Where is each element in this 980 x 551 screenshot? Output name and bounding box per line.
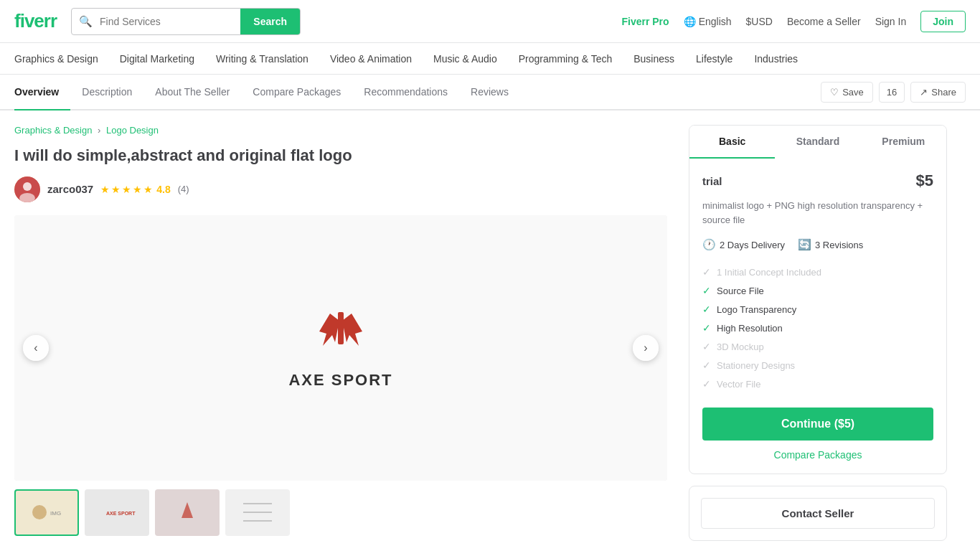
nav-bar: Graphics & DesignDigital MarketingWritin…	[0, 43, 980, 75]
breadcrumb-separator: ›	[98, 125, 103, 136]
check-included-icon: ✓	[702, 285, 711, 296]
currency-selector[interactable]: $USD	[746, 16, 773, 27]
tab-overview[interactable]: Overview	[14, 75, 70, 110]
gallery-prev-button[interactable]: ‹	[23, 335, 49, 361]
feature-label: Vector File	[717, 379, 760, 390]
tabs-container: OverviewDescriptionAbout The SellerCompa…	[14, 75, 520, 109]
search-button[interactable]: Search	[240, 8, 300, 35]
feature-item: ✓Stationery Designs	[702, 356, 933, 375]
nav-item-music---audio[interactable]: Music & Audio	[433, 43, 497, 75]
rating-number: 4.8	[156, 184, 170, 195]
thumbnail-4[interactable]	[225, 489, 290, 536]
header-right: Fiverr Pro 🌐 English $USD Become a Selle…	[621, 11, 966, 32]
breadcrumb-child[interactable]: Logo Design	[106, 125, 159, 136]
check-excluded-icon: ✓	[702, 341, 711, 352]
join-button[interactable]: Join	[920, 11, 966, 32]
thumb-image-2: AXE SPORT	[86, 491, 148, 534]
check-excluded-icon: ✓	[702, 378, 711, 390]
package-tab-premium[interactable]: Premium	[861, 126, 946, 159]
delivery-text: 2 Days Delivery	[720, 240, 785, 250]
check-excluded-icon: ✓	[702, 266, 711, 278]
axe-sport-svg	[305, 306, 377, 364]
feature-label: Logo Transparency	[717, 304, 796, 315]
star-3: ★	[122, 184, 131, 195]
nav-item-writing---translation[interactable]: Writing & Translation	[216, 43, 308, 75]
tab-actions: ♡ Save 16 ↗ Share	[821, 82, 966, 103]
save-label: Save	[842, 87, 864, 98]
image-gallery: ‹	[14, 215, 667, 481]
search-input[interactable]	[93, 16, 240, 27]
sign-in-link[interactable]: Sign In	[875, 16, 907, 27]
gallery-next-button[interactable]: ›	[633, 335, 659, 361]
save-button[interactable]: ♡ Save	[821, 82, 873, 103]
check-included-icon: ✓	[702, 303, 711, 315]
thumb-image-4	[227, 491, 288, 534]
thumbnail-strip: IMG AXE SPORT	[14, 489, 667, 536]
language-selector[interactable]: 🌐 English	[684, 16, 732, 27]
check-excluded-icon: ✓	[702, 359, 711, 371]
svg-point-1	[23, 182, 32, 191]
revisions-meta: 🔄 3 Revisions	[798, 238, 863, 251]
package-tab-basic[interactable]: Basic	[689, 126, 775, 159]
delivery-meta: 🕐 2 Days Delivery	[702, 238, 785, 251]
tabs-bar: OverviewDescriptionAbout The SellerCompa…	[0, 75, 980, 110]
contact-card: Contact Seller	[689, 486, 947, 541]
share-icon: ↗	[920, 87, 928, 98]
globe-icon: 🌐	[684, 16, 696, 27]
seller-name[interactable]: zarco037	[47, 183, 93, 195]
breadcrumb: Graphics & Design › Logo Design	[14, 125, 667, 136]
contact-seller-button[interactable]: Contact Seller	[701, 498, 935, 529]
package-tab-standard[interactable]: Standard	[775, 126, 860, 159]
header: fiverr 🔍 Search Fiverr Pro 🌐 English $US…	[0, 0, 980, 43]
continue-button[interactable]: Continue ($5)	[702, 408, 933, 441]
revisions-text: 3 Revisions	[815, 240, 863, 250]
axe-sport-text: AXE SPORT	[288, 371, 392, 390]
svg-rect-3	[338, 312, 344, 344]
feature-label: High Resolution	[717, 323, 783, 334]
feature-item: ✓1 Initial Concept Included	[702, 263, 933, 281]
thumbnail-2[interactable]: AXE SPORT	[85, 489, 149, 536]
tab-description[interactable]: Description	[70, 75, 143, 110]
nav-item-lifestyle[interactable]: Lifestyle	[696, 43, 732, 75]
package-description: minimalist logo + PNG high resolution tr…	[702, 199, 933, 227]
nav-item-video---animation[interactable]: Video & Animation	[330, 43, 412, 75]
fiverr-pro-link[interactable]: Fiverr Pro	[621, 16, 669, 27]
nav-item-business[interactable]: Business	[633, 43, 674, 75]
nav-item-programming---tech[interactable]: Programming & Tech	[519, 43, 612, 75]
star-2: ★	[111, 184, 121, 195]
package-meta: 🕐 2 Days Delivery 🔄 3 Revisions	[702, 238, 933, 251]
become-seller-link[interactable]: Become a Seller	[787, 16, 861, 27]
tab-compare-packages[interactable]: Compare Packages	[241, 75, 352, 110]
gig-title: I will do simple,abstract and original f…	[14, 146, 667, 166]
nav-item-digital-marketing[interactable]: Digital Marketing	[120, 43, 194, 75]
thumbnail-3[interactable]	[155, 489, 220, 536]
features-list: ✓1 Initial Concept Included✓Source File✓…	[702, 263, 933, 393]
svg-rect-4	[25, 496, 68, 529]
feature-label: 3D Mockup	[717, 342, 764, 352]
thumb-image-1: IMG	[16, 491, 77, 534]
package-price: $5	[916, 171, 933, 190]
search-icon: 🔍	[72, 15, 93, 28]
breadcrumb-parent[interactable]: Graphics & Design	[14, 125, 92, 136]
package-name: trial	[702, 175, 722, 187]
thumbnail-1[interactable]: IMG	[14, 489, 79, 536]
compare-packages-link[interactable]: Compare Packages	[702, 449, 933, 461]
star-1: ★	[100, 184, 110, 195]
avatar	[14, 176, 40, 202]
tab-recommendations[interactable]: Recommendations	[352, 75, 459, 110]
svg-point-5	[32, 505, 47, 519]
share-label: Share	[931, 87, 956, 98]
nav-item-graphics---design[interactable]: Graphics & Design	[14, 43, 98, 75]
share-button[interactable]: ↗ Share	[910, 82, 966, 103]
right-column: BasicStandardPremium trial $5 minimalist…	[689, 125, 947, 541]
main-content: Graphics & Design › Logo Design I will d…	[0, 110, 961, 551]
gallery-main-image: ‹	[14, 215, 667, 481]
tab-reviews[interactable]: Reviews	[459, 75, 520, 110]
heart-icon: ♡	[830, 87, 839, 98]
package-body: trial $5 minimalist logo + PNG high reso…	[689, 159, 946, 474]
nav-item-industries[interactable]: Industries	[754, 43, 798, 75]
package-tabs: BasicStandardPremium	[689, 126, 946, 159]
svg-text:AXE SPORT: AXE SPORT	[106, 511, 136, 516]
feature-item: ✓High Resolution	[702, 319, 933, 337]
tab-about-the-seller[interactable]: About The Seller	[143, 75, 241, 110]
